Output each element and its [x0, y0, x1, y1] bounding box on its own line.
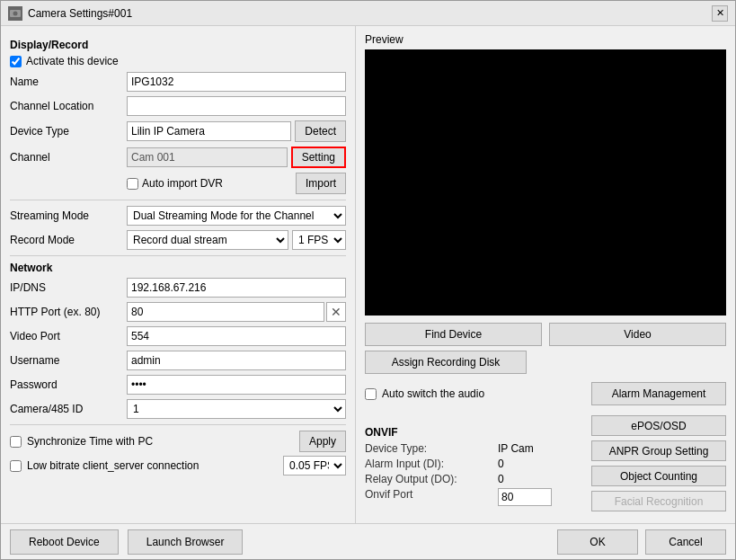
sync-time-checkbox[interactable] — [10, 436, 22, 448]
apply-button[interactable]: Apply — [299, 431, 346, 452]
onvif-port-label: Onvif Port — [365, 488, 491, 506]
channel-location-label: Channel Location — [10, 100, 127, 112]
ip-group — [127, 278, 346, 298]
alarm-management-button[interactable]: Alarm Management — [591, 382, 726, 405]
channel-input — [127, 147, 288, 167]
title-bar: Camera Settings#001 ✕ — [1, 1, 735, 26]
channel-location-row: Channel Location — [10, 96, 346, 116]
auto-switch-audio-checkbox[interactable] — [365, 388, 377, 400]
sync-time-label: Synchronize Time with PC — [27, 435, 294, 448]
auto-import-label: Auto import DVR — [142, 177, 223, 190]
ipdns-row: IP/DNS — [10, 278, 346, 298]
close-button[interactable]: ✕ — [712, 5, 728, 22]
video-port-row: Video Port — [10, 326, 346, 346]
activate-row: Activate this device — [10, 55, 346, 67]
auto-import-row: Auto import DVR Import — [10, 173, 346, 194]
assign-recording-disk-button[interactable]: Assign Recording Disk — [365, 351, 527, 374]
channel-location-input[interactable] — [127, 96, 346, 116]
auto-import-group: Auto import DVR Import — [127, 173, 346, 194]
svg-point-1 — [13, 11, 18, 15]
auto-switch-audio-label: Auto switch the audio — [382, 387, 586, 400]
device-type-onvif-value: IP Cam — [498, 442, 584, 455]
cancel-button[interactable]: Cancel — [645, 529, 726, 555]
camera-icon — [8, 6, 22, 21]
onvif-label: ONVIF — [365, 426, 584, 439]
name-label: Name — [10, 76, 127, 88]
ipdns-input[interactable] — [127, 278, 346, 298]
epos-osd-button[interactable]: ePOS/OSD — [591, 415, 726, 436]
right-panel: Preview Find Device Video Assign Recordi… — [356, 26, 735, 559]
http-port-row: HTTP Port (ex. 80) ✕ — [10, 302, 346, 322]
anpr-group-button[interactable]: ANPR Group Setting — [591, 440, 726, 461]
setting-button[interactable]: Setting — [291, 147, 346, 168]
low-bitrate-label: Low bitrate client_server connection — [27, 459, 278, 472]
name-input[interactable] — [127, 72, 346, 92]
display-record-section: Display/Record — [10, 39, 346, 51]
channel-group: Setting — [127, 147, 346, 168]
activate-checkbox[interactable] — [10, 56, 22, 67]
preview-area — [365, 49, 726, 316]
username-input[interactable] — [127, 351, 346, 370]
relay-output-value: 0 — [498, 473, 584, 485]
bottom-bar-left: Reboot Device Launch Browser — [10, 529, 243, 555]
low-bitrate-row: Low bitrate client_server connection 0.0… — [10, 456, 346, 476]
camera-settings-window: Camera Settings#001 ✕ Display/Record Act… — [0, 0, 736, 560]
alarm-input-label: Alarm Input (DI): — [365, 458, 491, 470]
find-device-button[interactable]: Find Device — [365, 323, 542, 346]
divider1 — [10, 200, 346, 200]
low-bitrate-checkbox[interactable] — [10, 460, 22, 472]
audio-row: Auto switch the audio Alarm Management — [365, 382, 726, 405]
record-mode-row: Record Mode Record dual stream 1 FPS — [10, 230, 346, 250]
facial-recognition-button[interactable]: Facial Recognition — [591, 491, 726, 511]
right-buttons: Find Device Video Assign Recording Disk … — [365, 323, 726, 511]
record-fps-select[interactable]: 1 FPS — [292, 230, 346, 250]
alarm-input-value: 0 — [498, 458, 584, 470]
password-row: Password — [10, 375, 346, 395]
record-mode-label: Record Mode — [10, 234, 127, 246]
object-counting-button[interactable]: Object Counting — [591, 466, 726, 486]
device-type-row: Device Type Detect — [10, 120, 346, 142]
title-bar-left: Camera Settings#001 — [8, 6, 132, 21]
bottom-bar-right: OK Cancel — [557, 529, 726, 555]
ok-button[interactable]: OK — [557, 529, 638, 555]
launch-browser-button[interactable]: Launch Browser — [128, 529, 244, 555]
password-label: Password — [10, 378, 127, 391]
video-button[interactable]: Video — [549, 323, 726, 346]
detect-button[interactable]: Detect — [295, 120, 346, 142]
onvif-section: ONVIF Device Type: IP Cam Alarm Input (D… — [365, 421, 584, 511]
camera-id-select[interactable]: 1 — [127, 399, 346, 419]
device-type-group: Detect — [127, 120, 346, 142]
username-label: Username — [10, 354, 127, 367]
clear-http-port-button[interactable]: ✕ — [326, 302, 346, 322]
http-port-label: HTTP Port (ex. 80) — [10, 306, 127, 318]
activate-label: Activate this device — [26, 55, 119, 67]
window-title: Camera Settings#001 — [28, 7, 132, 20]
onvif-grid: Device Type: IP Cam Alarm Input (DI): 0 … — [365, 442, 584, 506]
username-row: Username — [10, 351, 346, 370]
sync-row: Synchronize Time with PC Apply — [10, 431, 346, 452]
camera-id-label: Camera/485 ID — [10, 403, 127, 415]
auto-import-checkbox[interactable] — [127, 178, 138, 190]
channel-label: Channel — [10, 151, 127, 164]
device-type-onvif-label: Device Type: — [365, 442, 491, 455]
import-button[interactable]: Import — [296, 173, 346, 194]
password-input[interactable] — [127, 375, 346, 395]
main-content: Display/Record Activate this device Name… — [1, 26, 735, 559]
video-port-input[interactable] — [127, 326, 346, 346]
low-bitrate-fps-select[interactable]: 0.05 FPS — [283, 456, 346, 476]
bottom-bar: Reboot Device Launch Browser OK Cancel — [1, 523, 735, 559]
camera-id-row: Camera/485 ID 1 — [10, 399, 346, 419]
left-panel: Display/Record Activate this device Name… — [1, 26, 356, 559]
record-mode-select[interactable]: Record dual stream — [127, 230, 288, 250]
reboot-device-button[interactable]: Reboot Device — [10, 529, 119, 555]
name-row: Name — [10, 72, 346, 92]
network-section: Network — [10, 262, 346, 274]
channel-row: Channel Setting — [10, 147, 346, 168]
device-type-input[interactable] — [127, 121, 291, 141]
divider2 — [10, 255, 346, 256]
http-port-input[interactable] — [127, 302, 324, 322]
onvif-port-input[interactable] — [498, 488, 552, 506]
streaming-mode-select[interactable]: Dual Streaming Mode for the Channel — [127, 206, 346, 226]
find-video-row: Find Device Video — [365, 323, 726, 346]
device-type-label: Device Type — [10, 125, 127, 138]
